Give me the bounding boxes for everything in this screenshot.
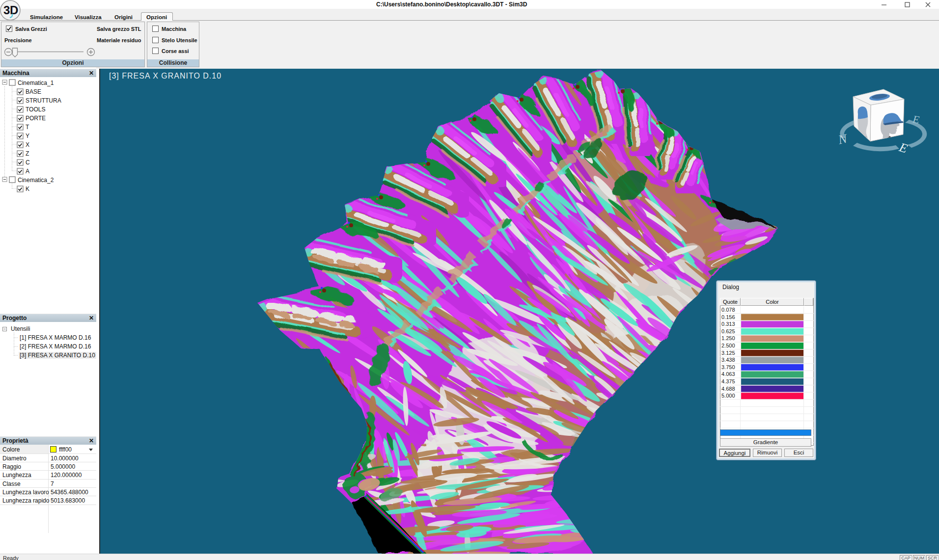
svg-text:2.500: 2.500 (721, 343, 735, 348)
svg-text:D: D (10, 3, 18, 17)
svg-text:4.375: 4.375 (721, 378, 735, 384)
svg-text:0.156: 0.156 (721, 314, 735, 320)
svg-text:3.438: 3.438 (721, 357, 735, 363)
svg-text:0.078: 0.078 (721, 307, 735, 313)
svg-text:3: 3 (3, 3, 10, 17)
svg-text:3.750: 3.750 (721, 364, 735, 370)
svg-text:E: E (897, 140, 909, 156)
svg-text:5.000: 5.000 (721, 393, 735, 399)
svg-text:4.688: 4.688 (721, 386, 735, 392)
svg-text:3.125: 3.125 (721, 350, 735, 356)
svg-text:4.063: 4.063 (721, 371, 735, 377)
svg-text:N: N (836, 131, 849, 147)
svg-text:0.625: 0.625 (721, 328, 735, 334)
svg-text:1.250: 1.250 (721, 335, 735, 341)
svg-text:0.313: 0.313 (721, 321, 735, 327)
